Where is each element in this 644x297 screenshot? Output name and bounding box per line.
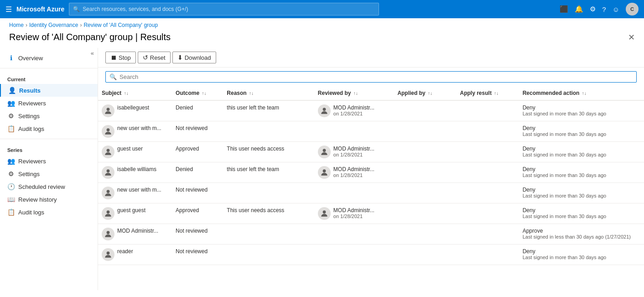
cell-reason: this user left the team — [223, 162, 314, 183]
top-nav-icons: ⬛ 🔔 ⚙ ? ☺ C — [560, 3, 639, 16]
cell-reason: This user needs access — [223, 142, 314, 162]
svg-point-8 — [107, 210, 110, 214]
top-nav: ☰ Microsoft Azure 🔍 Search resources, se… — [0, 0, 644, 18]
cell-subject: guest guest — [98, 203, 172, 224]
user-name: new user with m... — [117, 125, 161, 131]
col-header-reviewed: Reviewed by ↑↓ — [314, 86, 394, 100]
results-icon: 👤 — [8, 87, 16, 94]
close-button[interactable]: ✕ — [628, 32, 635, 42]
svg-point-3 — [107, 149, 110, 152]
sidebar-item-auditlogs1[interactable]: 📋 Audit logs — [0, 122, 98, 135]
notifications-icon[interactable]: 🔔 — [575, 5, 583, 13]
avatar[interactable]: C — [626, 3, 639, 16]
cell-applied-by — [394, 183, 456, 203]
table-row: guest guestApprovedThis user needs acces… — [98, 203, 644, 224]
breadcrumb-review-group[interactable]: Review of 'All Company' group — [83, 22, 158, 28]
cell-apply-result — [457, 203, 519, 224]
breadcrumb-home[interactable]: Home — [9, 22, 24, 28]
cell-reason — [223, 183, 314, 203]
sidebar-item-review-history[interactable]: 📖 Review history — [0, 193, 98, 206]
cell-outcome: Not reviewed — [172, 224, 223, 245]
page-title-bar: Review of 'All Company' group | Results … — [0, 32, 644, 48]
cell-apply-result — [457, 142, 519, 162]
user-avatar — [102, 166, 114, 179]
stop-icon: ⏹ — [110, 54, 117, 61]
page-title-text: Review of 'All Company' group — [9, 32, 133, 42]
col-header-apply-result: Apply result ↑↓ — [457, 86, 519, 100]
sort-icon-subject[interactable]: ↑↓ — [124, 91, 129, 96]
cell-reviewed-by: MOD Administr...on 1/28/2021 — [314, 142, 394, 162]
page-title-results: | Results — [135, 32, 171, 42]
rec-detail: Last signed in more than 30 days ago — [523, 214, 640, 219]
cell-subject: isabelleguest — [98, 100, 172, 121]
sidebar: « ℹ Overview Current 👤 Results 👥 Reviewe… — [0, 48, 98, 290]
reviewer-name: MOD Administr... — [333, 207, 374, 214]
cell-outcome: Approved — [172, 203, 223, 224]
review-date: on 1/28/2021 — [333, 111, 374, 116]
reviewer-name: MOD Administr... — [333, 166, 374, 172]
download-button[interactable]: ⬇ Download — [172, 52, 216, 63]
cell-applied-by — [394, 142, 456, 162]
breadcrumb-identity-governance[interactable]: Identity Governance — [29, 22, 78, 28]
sidebar-label-auditlogs1: Audit logs — [18, 125, 44, 132]
cell-outcome: Not reviewed — [172, 245, 223, 265]
feedback-icon[interactable]: ☺ — [613, 5, 619, 13]
sidebar-item-reviewers[interactable]: 👥 Reviewers — [0, 97, 98, 109]
breadcrumb-sep-2: › — [80, 22, 82, 28]
cell-outcome: Approved — [172, 142, 223, 162]
sort-icon-recommended[interactable]: ↑↓ — [582, 91, 587, 96]
sidebar-label-reviewers2: Reviewers — [18, 158, 46, 165]
sidebar-collapse-button[interactable]: « — [87, 48, 98, 58]
review-date: on 1/28/2021 — [333, 152, 374, 157]
breadcrumb: Home › Identity Governance › Review of '… — [0, 18, 644, 32]
col-header-outcome: Outcome ↑↓ — [172, 86, 223, 100]
user-avatar — [102, 146, 114, 158]
sidebar-item-overview[interactable]: ℹ Overview — [0, 52, 98, 64]
search-input-wrap[interactable]: 🔍 — [105, 71, 637, 83]
breadcrumb-sep-1: › — [26, 22, 27, 28]
sort-icon-reviewed[interactable]: ↑↓ — [353, 91, 358, 96]
reviewers2-icon: 👥 — [7, 157, 15, 165]
rec-detail: Last signed in more than 30 days ago — [523, 111, 640, 116]
sort-icon-reason[interactable]: ↑↓ — [249, 91, 254, 96]
cell-recommended-action: DenyLast signed in more than 30 days ago — [519, 142, 644, 162]
cell-subject: new user with m... — [98, 121, 172, 142]
settings-icon[interactable]: ⚙ — [590, 5, 596, 13]
global-search[interactable]: 🔍 Search resources, services, and docs (… — [69, 3, 379, 16]
sidebar-item-settings[interactable]: ⚙ Settings — [0, 109, 98, 122]
cell-reviewed-by: MOD Administr...on 1/28/2021 — [314, 162, 394, 183]
sidebar-item-auditlogs2[interactable]: 📋 Audit logs — [0, 206, 98, 219]
user-avatar — [102, 125, 114, 138]
help-icon[interactable]: ? — [602, 5, 606, 13]
table-header-row: Subject ↑↓ Outcome ↑↓ Reason ↑↓ Review — [98, 86, 644, 100]
hamburger-icon[interactable]: ☰ — [5, 5, 12, 14]
cell-applied-by — [394, 162, 456, 183]
portal-icon[interactable]: ⬛ — [560, 5, 568, 13]
reset-button[interactable]: ↺ Reset — [138, 52, 171, 63]
stop-button[interactable]: ⏹ Stop — [105, 52, 136, 63]
rec-primary: Deny — [523, 146, 640, 152]
sort-icon-apply-result[interactable]: ↑↓ — [494, 91, 499, 96]
sidebar-item-reviewers2[interactable]: 👥 Reviewers — [0, 155, 98, 167]
sidebar-item-settings2[interactable]: ⚙ Settings — [0, 167, 98, 180]
brand-name: Microsoft Azure — [16, 5, 64, 13]
reviewer-name: MOD Administr... — [333, 146, 374, 152]
sidebar-item-results[interactable]: 👤 Results — [0, 84, 98, 97]
svg-point-9 — [322, 210, 326, 214]
cell-reviewed-by — [314, 245, 394, 265]
user-name: isabelle williams — [117, 166, 156, 172]
results-table: Subject ↑↓ Outcome ↑↓ Reason ↑↓ Review — [98, 86, 644, 265]
rec-detail: Last signed in more than 30 days ago — [523, 152, 640, 157]
svg-point-5 — [107, 169, 110, 172]
sort-icon-applied[interactable]: ↑↓ — [428, 91, 432, 96]
table-row: isabelle williamsDeniedthis user left th… — [98, 162, 644, 183]
cell-recommended-action: DenyLast signed in more than 30 days ago — [519, 183, 644, 203]
sidebar-item-scheduled[interactable]: 🕐 Scheduled review — [0, 180, 98, 193]
page-title: Review of 'All Company' group | Results — [9, 32, 171, 42]
sort-icon-outcome[interactable]: ↑↓ — [202, 91, 206, 96]
sidebar-label-results: Results — [19, 87, 41, 94]
search-input[interactable] — [119, 73, 633, 80]
download-label: Download — [185, 54, 211, 61]
table-row: isabelleguestDeniedthis user left the te… — [98, 100, 644, 121]
reviewer-avatar — [318, 207, 331, 220]
